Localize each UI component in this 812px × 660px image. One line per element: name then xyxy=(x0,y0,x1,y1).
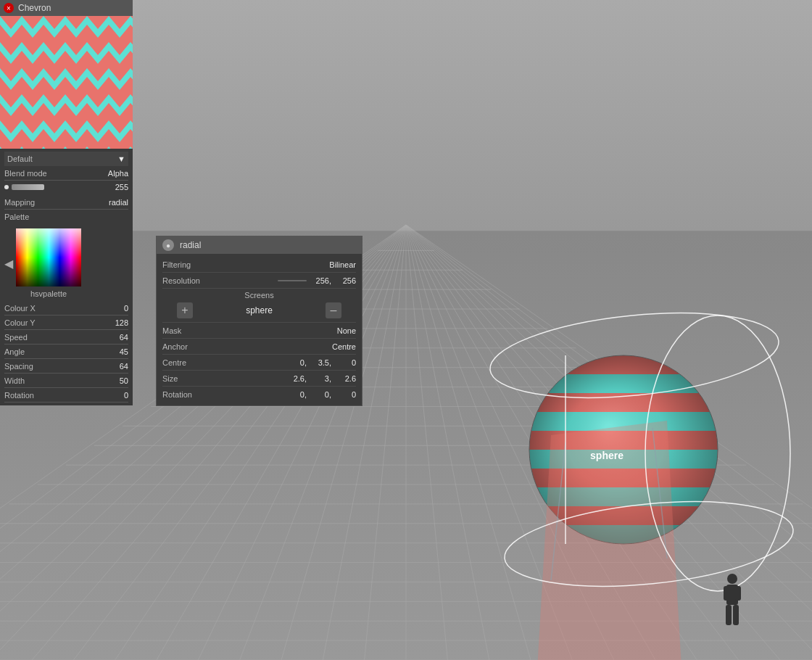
anchor-label: Anchor xyxy=(162,342,213,351)
size-v1[interactable]: 2.6, xyxy=(285,374,307,383)
palette-wrapper: hsvpalette xyxy=(16,228,81,298)
resolution-label: Resolution xyxy=(162,276,213,285)
radial-rotation-v3[interactable]: 0 xyxy=(334,390,356,399)
screens-label-row: Screens xyxy=(162,291,356,300)
colour-y-label: Colour Y xyxy=(4,318,36,327)
opacity-swatch xyxy=(4,184,44,190)
centre-v3[interactable]: 0 xyxy=(334,358,356,367)
radial-titlebar: ● radial xyxy=(157,236,362,254)
rotation-row: Rotation 0 xyxy=(4,388,128,403)
radial-rotation-row: Rotation 0, 0, 0 xyxy=(162,387,356,403)
size-label: Size xyxy=(162,374,213,383)
filtering-value[interactable]: Bilinear xyxy=(329,260,356,269)
default-label: Default xyxy=(7,154,33,163)
filtering-row: Filtering Bilinear xyxy=(162,257,356,273)
resolution-values: 256, 256 xyxy=(278,276,356,285)
centre-values: 0, 3.5, 0 xyxy=(285,358,356,367)
texture-preview xyxy=(0,16,133,149)
blend-mode-row: Blend mode Alpha xyxy=(4,166,128,181)
radial-body: Filtering Bilinear Resolution 256, 256 S… xyxy=(157,254,362,405)
mapping-row: Mapping radial xyxy=(4,195,128,210)
centre-label: Centre xyxy=(162,358,213,367)
svg-rect-3 xyxy=(735,586,741,601)
panel-body: Default ▼ Blend mode Alpha 255 Mapping r… xyxy=(0,149,133,405)
spacing-label: Spacing xyxy=(4,362,33,371)
centre-v1[interactable]: 0, xyxy=(285,358,307,367)
palette-arrow[interactable]: ◀ xyxy=(4,257,13,271)
width-label: Width xyxy=(4,376,25,385)
colour-x-row: Colour X 0 xyxy=(4,301,128,315)
screens-controls: + sphere – xyxy=(162,301,356,320)
resolution-v2[interactable]: 256 xyxy=(334,276,356,285)
palette-row: Palette xyxy=(4,210,128,224)
close-button[interactable]: × xyxy=(4,3,14,13)
screens-minus-button[interactable]: – xyxy=(326,302,341,318)
svg-rect-2 xyxy=(724,586,729,601)
screens-plus-button[interactable]: + xyxy=(177,302,193,318)
anchor-value[interactable]: Centre xyxy=(332,342,356,351)
svg-rect-5 xyxy=(733,605,739,625)
mask-label: Mask xyxy=(162,326,213,335)
mask-row: Mask None xyxy=(162,323,356,339)
width-row: Width 50 xyxy=(4,374,128,388)
rotation-value[interactable]: 0 xyxy=(124,391,128,400)
width-value[interactable]: 50 xyxy=(120,376,128,385)
svg-point-0 xyxy=(727,574,737,584)
opacity-bar[interactable] xyxy=(12,184,44,190)
radial-panel: ● radial Filtering Bilinear Resolution 2… xyxy=(156,236,362,406)
panel-title: Chevron xyxy=(18,3,51,13)
rotation-label: Rotation xyxy=(4,391,34,400)
resolution-row: Resolution 256, 256 xyxy=(162,273,356,289)
opacity-dot xyxy=(4,185,9,189)
angle-row: Angle 45 xyxy=(4,345,128,359)
opacity-value[interactable]: 255 xyxy=(115,183,128,191)
blend-mode-label: Blend mode xyxy=(4,169,47,178)
palette-container: ◀ hsvpalette xyxy=(4,224,128,301)
panel-titlebar: × Chevron xyxy=(0,0,133,16)
anchor-row: Anchor Centre xyxy=(162,339,356,355)
colour-x-label: Colour X xyxy=(4,304,36,313)
angle-label: Angle xyxy=(4,347,25,356)
speed-label: Speed xyxy=(4,333,28,342)
dropdown-arrow: ▼ xyxy=(117,154,125,163)
radial-rotation-v2[interactable]: 0, xyxy=(310,390,331,399)
colour-y-row: Colour Y 128 xyxy=(4,315,128,330)
blend-mode-value[interactable]: Alpha xyxy=(108,169,128,178)
radial-rotation-values: 0, 0, 0 xyxy=(285,390,356,399)
radial-icon: ● xyxy=(162,239,174,251)
radial-rotation-label: Rotation xyxy=(162,390,213,399)
colour-x-value[interactable]: 0 xyxy=(124,304,128,313)
size-values: 2.6, 3, 2.6 xyxy=(285,374,356,383)
speed-row: Speed 64 xyxy=(4,330,128,345)
angle-value[interactable]: 45 xyxy=(120,347,128,356)
svg-rect-4 xyxy=(726,605,732,625)
left-panel: × Chevron Default ▼ Blend mode Alpha 255… xyxy=(0,0,133,405)
opacity-row: 255 xyxy=(4,181,128,195)
spacing-value[interactable]: 64 xyxy=(120,362,128,371)
spacing-row: Spacing 64 xyxy=(4,359,128,374)
palette-label: Palette xyxy=(4,213,29,221)
size-v2[interactable]: 3, xyxy=(310,374,331,383)
default-dropdown-row[interactable]: Default ▼ xyxy=(4,152,128,166)
screens-label: Screens xyxy=(244,291,273,300)
palette-name: hsvpalette xyxy=(16,289,81,298)
size-row: Size 2.6, 3, 2.6 xyxy=(162,371,356,387)
radial-rotation-v1[interactable]: 0, xyxy=(285,390,307,399)
mapping-label: Mapping xyxy=(4,198,35,207)
size-v3[interactable]: 2.6 xyxy=(334,374,356,383)
screens-section: Screens + sphere – xyxy=(162,289,356,323)
speed-value[interactable]: 64 xyxy=(120,333,128,342)
human-figure xyxy=(718,573,747,638)
centre-row: Centre 0, 3.5, 0 xyxy=(162,355,356,371)
centre-v2[interactable]: 3.5, xyxy=(310,358,331,367)
radial-title: radial xyxy=(180,240,201,250)
screens-value: sphere xyxy=(246,305,273,315)
mapping-value[interactable]: radial xyxy=(109,198,128,207)
mask-value[interactable]: None xyxy=(334,326,356,335)
colour-y-value[interactable]: 128 xyxy=(115,318,128,327)
filtering-label: Filtering xyxy=(162,260,213,269)
hsvpalette-canvas[interactable] xyxy=(16,228,81,286)
resolution-v1: 256, xyxy=(310,276,331,285)
chevron-canvas xyxy=(0,16,133,149)
resolution-box1 xyxy=(278,280,307,281)
